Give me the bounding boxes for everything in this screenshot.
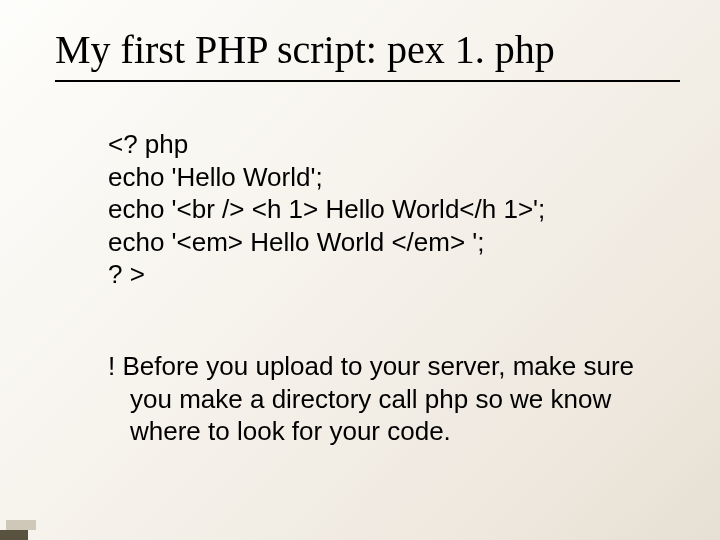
corner-accent (0, 518, 36, 540)
slide-title: My first PHP script: pex 1. php (55, 28, 680, 78)
accent-bar-light (6, 520, 36, 530)
code-line: echo '<em> Hello World </em> '; (108, 226, 670, 259)
code-line: echo '<br /> <h 1> Hello World</h 1>'; (108, 193, 670, 226)
accent-bar-dark (0, 530, 28, 540)
title-underline (55, 80, 680, 82)
slide: My first PHP script: pex 1. php <? php e… (0, 0, 720, 540)
code-block: <? php echo 'Hello World'; echo '<br /> … (108, 128, 670, 291)
code-line: ? > (108, 258, 670, 291)
code-line: echo 'Hello World'; (108, 161, 670, 194)
title-area: My first PHP script: pex 1. php (55, 28, 680, 82)
note-block: ! Before you upload to your server, make… (108, 350, 648, 448)
note-text: ! Before you upload to your server, make… (108, 350, 648, 448)
code-line: <? php (108, 128, 670, 161)
